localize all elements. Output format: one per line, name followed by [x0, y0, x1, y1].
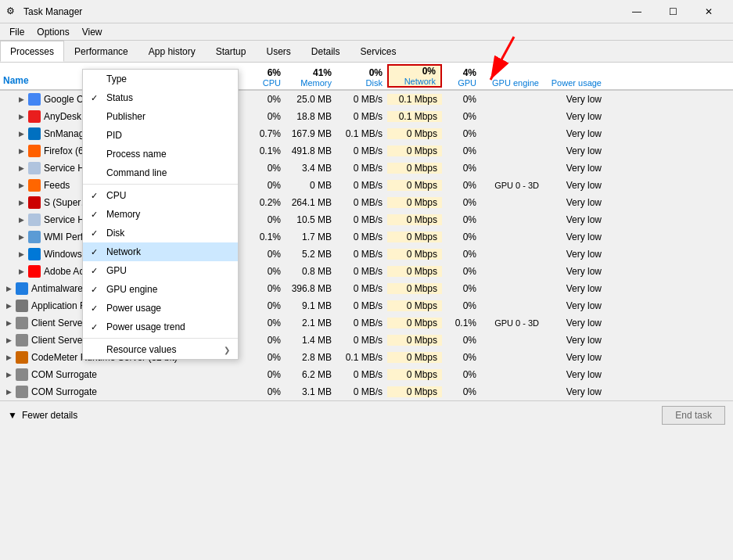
- cpu-cell: 0%: [243, 300, 286, 311]
- checkmark-icon: ✓: [91, 247, 98, 257]
- context-menu-item-gpu-engine[interactable]: ✓GPU engine: [83, 280, 238, 299]
- expand-icon[interactable]: ▶: [3, 369, 14, 380]
- process-icon: [16, 300, 28, 312]
- menu-item-label: GPU: [106, 265, 127, 276]
- menu-view[interactable]: View: [76, 25, 109, 39]
- disk-cell: 0 MB/s: [336, 283, 387, 294]
- context-menu-item-pid[interactable]: PID: [83, 126, 238, 145]
- process-name-text: COM Surrogate: [31, 369, 97, 380]
- context-menu-item-cpu[interactable]: ✓CPU: [83, 186, 238, 205]
- cpu-cell: 0%: [243, 94, 286, 105]
- disk-cell: 0 MB/s: [336, 232, 387, 242]
- power-cell: Very low: [544, 197, 606, 208]
- expand-icon[interactable]: ▶: [16, 214, 27, 225]
- cpu-cell: 0%: [243, 283, 286, 294]
- expand-icon[interactable]: ▶: [16, 163, 27, 174]
- cpu-cell: 0%: [243, 214, 286, 225]
- context-menu-item-status[interactable]: ✓Status: [83, 88, 238, 107]
- gpu-cell: 0%: [442, 335, 481, 346]
- fewer-details-button[interactable]: ▼ Fewer details: [8, 410, 77, 421]
- col-header-disk[interactable]: 0% Disk: [336, 67, 387, 88]
- table-row[interactable]: ▶ COM Surrogate 0% 6.2 MB 0 MB/s 0 Mbps …: [0, 366, 733, 383]
- context-menu-item-publisher[interactable]: Publisher: [83, 107, 238, 126]
- expand-icon[interactable]: ▶: [16, 145, 27, 156]
- cpu-cell: 0%: [243, 318, 286, 328]
- end-task-button[interactable]: End task: [662, 406, 725, 425]
- menu-item-label: Type: [106, 74, 127, 84]
- context-menu-item-power-usage[interactable]: ✓Power usage: [83, 299, 238, 318]
- expand-icon[interactable]: ▶: [16, 249, 27, 260]
- gpu-cell: 0%: [442, 111, 481, 122]
- expand-icon[interactable]: ▶: [3, 352, 14, 363]
- expand-icon[interactable]: ▶: [3, 318, 14, 328]
- process-icon: [16, 334, 28, 346]
- expand-icon[interactable]: ▶: [16, 94, 27, 105]
- col-header-memory[interactable]: 41% Memory: [286, 67, 336, 88]
- expand-icon[interactable]: ▶: [16, 266, 27, 277]
- expand-icon[interactable]: ▶: [16, 197, 27, 208]
- context-menu-item-disk[interactable]: ✓Disk: [83, 224, 238, 242]
- disk-cell: 0 MB/s: [336, 163, 387, 174]
- col-header-cpu[interactable]: 6% CPU: [243, 67, 286, 88]
- col-header-gpu[interactable]: 4% GPU: [442, 67, 481, 88]
- minimize-button[interactable]: —: [619, 0, 655, 23]
- context-menu-item-network[interactable]: ✓Network: [83, 242, 238, 261]
- process-icon: [28, 214, 41, 226]
- menu-separator: [83, 338, 238, 339]
- tab-performance[interactable]: Performance: [64, 41, 138, 62]
- col-header-gpu-engine[interactable]: GPU engine: [481, 78, 544, 88]
- context-menu-item-type[interactable]: Type: [83, 70, 238, 88]
- maximize-button[interactable]: ☐: [655, 0, 691, 23]
- memory-cell: 3.1 MB: [286, 386, 336, 397]
- title-bar: ⚙ Task Manager — ☐ ✕: [0, 0, 733, 23]
- tab-apphistory[interactable]: App history: [138, 41, 206, 62]
- col-header-network[interactable]: 0% Network: [387, 64, 442, 88]
- context-menu-item-command-line[interactable]: Command line: [83, 163, 238, 182]
- context-menu-item-gpu[interactable]: ✓GPU: [83, 261, 238, 280]
- gpu-cell: 0%: [442, 145, 481, 156]
- gpu-cell: 0%: [442, 266, 481, 277]
- tab-startup[interactable]: Startup: [206, 41, 257, 62]
- expand-icon[interactable]: ▶: [3, 300, 14, 311]
- menu-file[interactable]: File: [3, 25, 31, 39]
- column-context-menu[interactable]: Type✓StatusPublisherPIDProcess nameComma…: [82, 69, 239, 360]
- process-icon: [28, 179, 41, 192]
- expand-icon[interactable]: ▶: [16, 232, 27, 242]
- disk-cell: 0 MB/s: [336, 94, 387, 105]
- disk-cell: 0 MB/s: [336, 335, 387, 346]
- expand-icon[interactable]: ▶: [3, 386, 14, 397]
- checkmark-icon: ✓: [91, 210, 98, 220]
- process-name-text: COM Surrogate: [31, 386, 97, 397]
- table-row[interactable]: ▶ COM Surrogate 0% 3.1 MB 0 MB/s 0 Mbps …: [0, 383, 733, 400]
- gpu-cell: 0.1%: [442, 318, 481, 328]
- checkmark-icon: ✓: [91, 266, 98, 276]
- context-menu-item-resource-values[interactable]: Resource values❯: [83, 340, 238, 359]
- expand-icon[interactable]: ▶: [16, 111, 27, 122]
- network-cell: 0 Mbps: [387, 128, 442, 139]
- memory-cell: 10.5 MB: [286, 214, 336, 225]
- expand-icon[interactable]: ▶: [3, 283, 14, 294]
- cpu-cell: 0%: [243, 369, 286, 380]
- process-icon: [16, 317, 28, 329]
- menu-item-label: Power usage trend: [106, 321, 185, 332]
- expand-icon[interactable]: ▶: [3, 335, 14, 346]
- menu-item-label: GPU engine: [106, 284, 157, 295]
- expand-icon[interactable]: ▶: [16, 180, 27, 191]
- context-menu-item-memory[interactable]: ✓Memory: [83, 205, 238, 224]
- close-button[interactable]: ✕: [691, 0, 727, 23]
- context-menu-item-process-name[interactable]: Process name: [83, 145, 238, 163]
- tab-details[interactable]: Details: [301, 41, 350, 62]
- status-bar: ▼ Fewer details End task: [0, 400, 733, 429]
- expand-icon[interactable]: ▶: [16, 128, 27, 139]
- process-icon: [28, 145, 41, 157]
- menu-options[interactable]: Options: [31, 25, 75, 39]
- tab-services[interactable]: Services: [350, 41, 407, 62]
- context-menu-item-power-usage-trend[interactable]: ✓Power usage trend: [83, 318, 238, 336]
- tab-processes[interactable]: Processes: [0, 41, 64, 62]
- power-cell: Very low: [544, 111, 606, 122]
- tab-users[interactable]: Users: [256, 41, 300, 62]
- app-container: ⚙ Task Manager — ☐ ✕ File Options View P…: [0, 0, 733, 429]
- col-header-power[interactable]: Power usage: [544, 78, 606, 88]
- disk-cell: 0 MB/s: [336, 318, 387, 328]
- disk-cell: 0 MB/s: [336, 180, 387, 191]
